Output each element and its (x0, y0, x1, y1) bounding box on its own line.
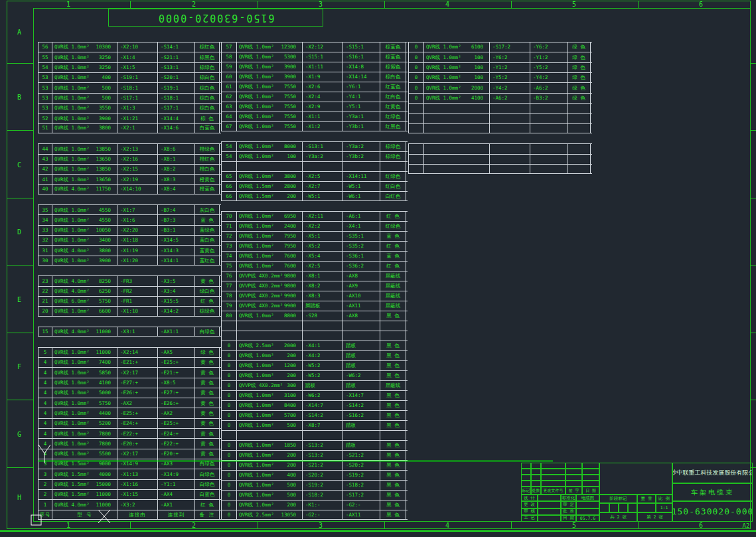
wire-no-cell: 23 (38, 276, 52, 285)
revision-empty-cell (582, 463, 599, 469)
wire-to-cell: -E25:+ (157, 419, 194, 428)
wire-type: QVR线 1.0mm² (239, 313, 274, 319)
empty-row (221, 161, 408, 171)
wire-length: 13650 (96, 177, 117, 183)
wire-length: 200 (287, 502, 302, 508)
wire-spec-cell: QVR线 1.0mm²8400 (236, 401, 302, 410)
wire-from-cell: -X2:7 (302, 182, 342, 191)
wire-color-cell: 屏蔽线 (380, 291, 406, 301)
wire-length: 200 (287, 463, 302, 468)
wire-to-cell: -X14:5 (157, 236, 194, 245)
wire-no-cell: 21 (38, 297, 52, 306)
table-gap (38, 133, 221, 143)
approval-cell (576, 501, 599, 508)
wire-color-cell: 棕白色 (194, 73, 220, 82)
wire-no-cell: 54 (221, 142, 236, 151)
wire-no-cell: 52 (38, 114, 52, 123)
wire-row: 35QVR线 1.0mm²4550-X1:7-B7:4灰白色 (38, 204, 221, 214)
revision-empty-cell (531, 481, 541, 487)
zone-number-bottom: 5 (569, 522, 579, 529)
wire-no-cell: 4 (38, 358, 52, 367)
wire-spec-cell: QVR线 1.0mm²400 (236, 471, 302, 480)
wire-spec-cell: QVR线 1.0mm²200 (236, 351, 302, 360)
empty-cell (489, 104, 530, 113)
zone-tick (7, 130, 33, 131)
wire-length: 12300 (281, 44, 302, 50)
wire-to-cell: -S36:1 (342, 252, 380, 261)
wire-no-cell: 0 (221, 371, 236, 380)
wire-type: QVR线 1.0mm² (239, 94, 274, 100)
wire-color-cell: 屏蔽线 (380, 301, 406, 311)
wire-spec-cell: QVR线 4.0mm²3800 (52, 246, 117, 255)
wire-spec-cell: QVR线 1.0mm²3900 (236, 72, 302, 82)
wire-spec-cell: QVR线 1.0mm²200 (236, 451, 302, 460)
zone-number-top: 3 (315, 0, 326, 8)
wire-color-cell: 棕绿色 (380, 152, 406, 161)
wire-from-cell: -X14:9 (117, 459, 157, 469)
wire-to-cell: -X8:6 (157, 144, 194, 153)
wire-color-cell: 白蓝色 (194, 124, 220, 133)
wire-row: 0QVR线 1.0mm²2000-Y4:2-A6:2绿 色 (408, 82, 592, 92)
wire-type: QVR线 1.0mm² (54, 147, 90, 152)
wire-color-cell: 屏蔽线 (380, 281, 406, 291)
wire-from-cell: -Y4:2 (489, 83, 530, 92)
wire-no-cell: 32 (38, 236, 52, 245)
wire-no-cell: 43 (38, 155, 52, 164)
revision-empty-cell (566, 469, 582, 475)
wire-to-cell: -S19:2 (342, 471, 380, 480)
wire-length: 9800 (284, 273, 302, 279)
wire-type: QVR线 1.0mm² (239, 54, 274, 60)
revision-empty-cell (521, 481, 531, 487)
wire-spec-cell: QVR线 1.0mm²3100 (236, 391, 302, 400)
wire-to-cell: -E20:+ (157, 449, 194, 459)
revision-empty-cell (521, 475, 531, 481)
wire-row: 54QVR线 1.0mm²100-Y3a:2-Y3b:2棕绿色 (221, 151, 408, 161)
wire-from-cell: -FR2 (117, 287, 157, 296)
wire-no-cell: 51 (38, 124, 52, 133)
wire-no-cell: 65 (221, 172, 236, 181)
wire-to-cell: -B7:3 (157, 215, 194, 224)
wire-from-cell: -S19:2 (302, 481, 342, 490)
wire-length: 2000 (284, 343, 302, 348)
wire-spec-cell: QVR线 1.0mm²1200 (236, 361, 302, 370)
zone-letter-left: E (13, 295, 25, 304)
wire-length: 11000 (96, 329, 117, 335)
wire-spec-cell: QVR线 1.0mm²7800 (52, 439, 117, 448)
wire-to-cell: -Y4:1 (342, 92, 380, 102)
empty-cell (567, 104, 591, 113)
zone-letter-left: H (13, 493, 25, 502)
wire-from-cell: -X2:2 (302, 222, 342, 231)
wire-to-cell: -Y5:2 (530, 63, 567, 72)
wire-to-cell: -AX8 (342, 271, 380, 281)
zone-tick (751, 130, 756, 131)
zone-number-bottom: 4 (442, 522, 453, 529)
wire-to-cell: -A6:1 (342, 212, 380, 221)
wire-no-cell: 3 (38, 459, 52, 469)
wire-to-cell: -S17:2 (342, 491, 380, 500)
cad-drawing-canvas[interactable]: 123456123456ABCDEFGH 6150-630020-0000 56… (0, 0, 756, 537)
upper-middle-cell (599, 463, 672, 495)
wire-length: 13050 (281, 512, 302, 518)
wire-type: QVR线 1.0mm² (239, 493, 274, 498)
wire-spec-cell: QVR线 1.5mm²2800 (236, 182, 302, 191)
wire-row: 4QVR线 1.0mm²7400-E21:+-E25:+黄 色 (38, 357, 221, 367)
wire-from-cell: -E25:+ (117, 408, 157, 418)
wire-from-cell: -X1:20 (117, 256, 157, 265)
wire-from-cell: -X2:12 (302, 42, 342, 52)
wire-color-cell: 蓝绿色 (194, 226, 220, 235)
zone-tick (258, 522, 258, 529)
wire-spec-cell: QVR线 1.0mm²5700 (236, 411, 302, 420)
wire-no-cell: 0 (221, 351, 236, 360)
wire-no-cell: 57 (221, 42, 236, 52)
zone-tick (511, 1, 512, 8)
wire-row: 0QVR线 1.0mm²200-S13:2-S21:2黑 色 (221, 450, 408, 460)
wire-color-cell: 黄 色 (194, 398, 220, 408)
wire-spec-cell: QVR线 1.0mm²7950 (236, 232, 302, 241)
wire-row: 3QVR线 1.5mm²9000-X14:9-AX3白绿色 (38, 459, 221, 469)
wire-to-cell: 踏板 (342, 341, 380, 350)
wire-from-cell: -X2:15 (117, 165, 157, 174)
wire-to-cell: -X15:5 (157, 297, 194, 306)
wire-color-cell: 红 色 (194, 297, 220, 306)
wire-row: 53QVR线 1.0mm²500-S17:1-S18:1棕白色 (38, 93, 221, 103)
wire-length: 5000 (99, 390, 117, 396)
